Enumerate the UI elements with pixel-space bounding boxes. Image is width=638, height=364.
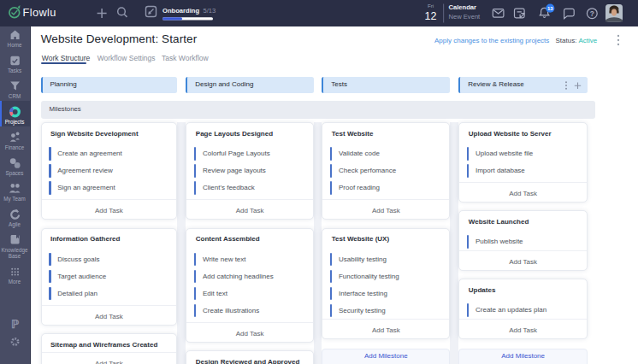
svg-text:Onboarding: Onboarding <box>162 7 199 15</box>
svg-text:ℙ: ℙ <box>11 318 19 331</box>
svg-text:13: 13 <box>547 6 553 11</box>
svg-text:12: 12 <box>425 10 437 22</box>
svg-text:5/13: 5/13 <box>204 7 216 15</box>
svg-text:Fri: Fri <box>428 3 434 9</box>
svg-text:?: ? <box>590 9 594 18</box>
svg-text:Calendar: Calendar <box>449 3 477 11</box>
svg-text:Flowlu: Flowlu <box>23 6 56 19</box>
svg-text:New Event: New Event <box>449 13 481 21</box>
